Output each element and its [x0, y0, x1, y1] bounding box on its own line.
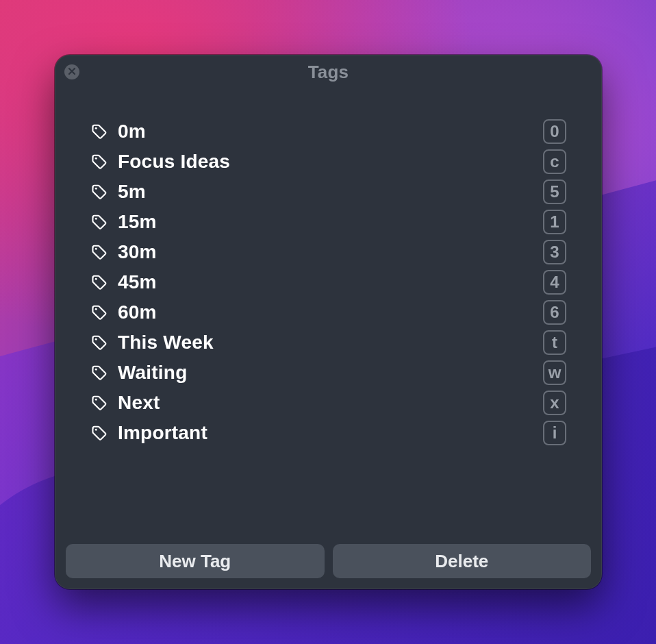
shortcut-key: 3 [543, 240, 566, 264]
tag-label: 0m [118, 121, 543, 143]
tag-label: This Week [118, 332, 543, 354]
tag-icon [90, 394, 108, 412]
tag-icon [90, 273, 108, 291]
svg-point-2 [95, 188, 97, 190]
tags-panel: Tags 0m 0 Focus Ideas c 5m 5 [55, 55, 602, 589]
tag-icon [90, 304, 108, 321]
shortcut-key: t [543, 330, 566, 355]
shortcut-key: c [543, 149, 566, 174]
svg-point-9 [95, 399, 97, 401]
tag-label: Focus Ideas [118, 151, 543, 173]
tag-icon [90, 123, 108, 140]
tag-icon [90, 334, 108, 351]
tag-icon [90, 213, 108, 231]
svg-point-3 [95, 218, 97, 220]
svg-point-6 [95, 308, 97, 310]
tag-row-45m[interactable]: 45m 4 [90, 267, 566, 297]
tag-row-30m[interactable]: 30m 3 [90, 237, 566, 267]
footer: New Tag Delete [55, 533, 602, 589]
shortcut-key: w [543, 360, 566, 385]
tag-icon [90, 183, 108, 201]
tag-icon [90, 364, 108, 382]
shortcut-key: 1 [543, 210, 566, 234]
svg-point-5 [95, 278, 97, 280]
tag-row-60m[interactable]: 60m 6 [90, 297, 566, 327]
svg-point-10 [95, 429, 97, 431]
tag-label: 5m [118, 181, 543, 203]
titlebar: Tags [55, 55, 602, 89]
shortcut-key: i [543, 421, 566, 445]
shortcut-key: x [543, 391, 566, 415]
shortcut-key: 6 [543, 300, 566, 325]
tag-label: Waiting [118, 362, 543, 384]
close-button[interactable] [64, 64, 79, 79]
tag-label: 60m [118, 301, 543, 323]
tag-label: Important [118, 422, 543, 444]
tag-row-0m[interactable]: 0m 0 [90, 116, 566, 147]
svg-point-7 [95, 338, 97, 340]
tag-row-waiting[interactable]: Waiting w [90, 358, 566, 388]
tag-list: 0m 0 Focus Ideas c 5m 5 15m 1 [55, 89, 602, 533]
tag-label: 45m [118, 271, 543, 293]
shortcut-key: 0 [543, 119, 566, 144]
new-tag-button[interactable]: New Tag [66, 544, 325, 578]
tag-icon [90, 243, 108, 261]
delete-button[interactable]: Delete [333, 544, 592, 578]
tag-icon [90, 424, 108, 442]
tag-row-important[interactable]: Important i [90, 418, 566, 448]
tag-label: Next [118, 392, 543, 414]
tag-row-next[interactable]: Next x [90, 388, 566, 418]
tag-row-focus-ideas[interactable]: Focus Ideas c [90, 147, 566, 177]
tag-label: 30m [118, 241, 543, 263]
tag-label: 15m [118, 211, 543, 233]
shortcut-key: 5 [543, 179, 566, 204]
svg-point-0 [95, 127, 97, 129]
svg-point-1 [95, 158, 97, 160]
svg-point-4 [95, 248, 97, 250]
tag-row-5m[interactable]: 5m 5 [90, 177, 566, 207]
shortcut-key: 4 [543, 270, 566, 295]
tag-row-this-week[interactable]: This Week t [90, 327, 566, 358]
svg-point-8 [95, 369, 97, 371]
close-icon [68, 66, 76, 78]
tag-icon [90, 153, 108, 171]
panel-title: Tags [308, 62, 349, 83]
tag-row-15m[interactable]: 15m 1 [90, 207, 566, 237]
